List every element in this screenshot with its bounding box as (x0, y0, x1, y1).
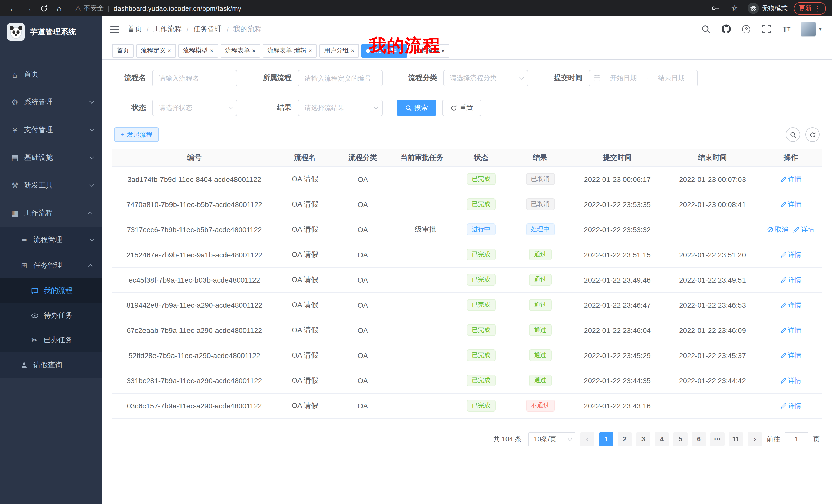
tab[interactable]: 首页 × (112, 44, 134, 57)
security-warning[interactable]: ⚠ 不安全 (75, 4, 104, 13)
fullscreen-icon[interactable] (761, 23, 772, 35)
reset-button[interactable]: 重置 (442, 100, 481, 116)
font-size-icon[interactable]: TT (781, 23, 792, 35)
user-menu[interactable]: ▾ (801, 21, 822, 37)
sidebar-item-process-management[interactable]: ≣ 流程管理 (0, 227, 102, 253)
sidebar-item-task-management[interactable]: ⊞ 任务管理 (0, 253, 102, 278)
date-range-picker[interactable]: 开始日期 - 结束日期 (589, 70, 698, 86)
cell-current-task-link[interactable] (392, 166, 451, 192)
sidebar-item-my-process[interactable]: 我的流程 (0, 278, 102, 303)
sidebar-item-system[interactable]: ⚙ 系统管理 (0, 88, 102, 116)
cell-current-task-link[interactable] (392, 192, 451, 217)
tab-close-icon[interactable]: × (252, 48, 256, 54)
cell-current-task-link[interactable]: 一级审批 (392, 217, 451, 242)
cell-current-task-link[interactable] (392, 393, 451, 418)
cell-current-task-link[interactable] (392, 292, 451, 317)
page-button[interactable]: 6 (692, 432, 706, 446)
address-bar[interactable]: ⚠ 不安全 | dashboard.yudao.iocoder.cn/bpm/t… (75, 4, 706, 13)
cell-id: 52ffd28e-7b9a-11ec-a290-acde48001122 (112, 343, 277, 368)
tab[interactable]: 用户分组 × (319, 44, 359, 57)
password-key-icon[interactable] (708, 2, 722, 15)
cell-current-task-link[interactable] (392, 368, 451, 393)
page-button[interactable]: 4 (655, 432, 669, 446)
detail-link[interactable]: 详情 (780, 351, 801, 360)
page-button[interactable]: 3 (636, 432, 650, 446)
page-button[interactable]: 5 (673, 432, 687, 446)
page-button[interactable]: 11 (729, 432, 743, 446)
tab-close-icon[interactable]: × (210, 48, 213, 54)
breadcrumb-home[interactable]: 首页 (128, 24, 142, 34)
cell-category: OA (333, 242, 392, 267)
cell-current-task-link[interactable] (392, 242, 451, 267)
column-header-name: 流程名 (277, 149, 333, 166)
tab-close-icon[interactable]: × (351, 48, 354, 54)
cell-current-task-link[interactable] (392, 317, 451, 343)
detail-link[interactable]: 详情 (780, 300, 801, 310)
detail-link[interactable]: 详情 (780, 376, 801, 385)
detail-link[interactable]: 详情 (780, 401, 801, 410)
search-button[interactable]: 搜索 (397, 100, 436, 116)
show-search-button[interactable] (786, 128, 800, 142)
detail-link[interactable]: 详情 (780, 174, 801, 184)
tab-close-icon[interactable]: × (441, 48, 445, 54)
sidebar-item-done-tasks[interactable]: ✂ 已办任务 (0, 328, 102, 353)
browser-refresh-icon[interactable] (37, 2, 50, 15)
sidebar-item-workflow[interactable]: ▦ 工作流程 (0, 199, 102, 227)
sidebar-item-todo-tasks[interactable]: 待办任务 (0, 303, 102, 328)
next-page-button[interactable]: › (748, 432, 762, 446)
browser-home-icon[interactable]: ⌂ (52, 2, 66, 15)
status-select[interactable]: 请选择状态 (152, 100, 237, 116)
tab[interactable]: 流程表单 × (220, 44, 260, 57)
hamburger-icon[interactable] (109, 23, 120, 35)
goto-page-input[interactable] (785, 432, 808, 446)
detail-link[interactable]: 详情 (780, 275, 801, 284)
refresh-table-button[interactable] (805, 128, 820, 142)
page-button[interactable]: 2 (618, 432, 632, 446)
prev-page-button[interactable]: ‹ (580, 432, 594, 446)
page-button[interactable]: 1 (599, 432, 614, 446)
tab-close-icon[interactable]: × (309, 48, 312, 54)
tab-close-icon[interactable]: × (167, 48, 171, 54)
github-icon[interactable] (721, 23, 732, 35)
update-button[interactable]: 更新 ⋮ (794, 2, 826, 15)
app-logo[interactable]: 芋道管理系统 (0, 17, 102, 47)
breadcrumb-task-management[interactable]: 任务管理 (193, 24, 222, 34)
detail-link[interactable]: 详情 (780, 200, 801, 209)
cell-submit-time: 2022-01-22 23:44:35 (570, 368, 665, 393)
detail-link[interactable]: 详情 (780, 250, 801, 259)
page-size-select[interactable]: 10条/页 (528, 432, 575, 446)
search-icon[interactable] (701, 23, 712, 35)
cancel-link[interactable]: 取消 (767, 225, 788, 234)
browser-back-icon[interactable]: ← (6, 2, 20, 15)
cell-result: 处理中 (511, 217, 570, 242)
home-icon: ⌂ (10, 70, 20, 79)
breadcrumb-workflow[interactable]: 工作流程 (153, 24, 182, 34)
create-process-button[interactable]: + 发起流程 (114, 128, 159, 142)
detail-link[interactable]: 详情 (780, 326, 801, 335)
browser-menu-dots-icon[interactable]: ⋮ (814, 4, 821, 12)
cell-name: OA 请假 (277, 267, 333, 292)
page-button[interactable]: ··· (710, 432, 725, 446)
process-definition-input[interactable] (298, 70, 383, 86)
cell-result: 通过 (511, 267, 570, 292)
help-icon[interactable]: ? (741, 23, 752, 35)
tab[interactable]: 流程定义 × (136, 44, 176, 57)
cell-current-task-link[interactable] (392, 343, 451, 368)
cell-current-task-link[interactable] (392, 267, 451, 292)
tab[interactable]: 流程模型 × (178, 44, 218, 57)
avatar[interactable] (801, 21, 816, 37)
browser-forward-icon[interactable]: → (22, 2, 35, 15)
bookmark-star-icon[interactable]: ☆ (728, 2, 741, 15)
sidebar-item-leave-query[interactable]: 请假查询 (0, 353, 102, 378)
sidebar-item-devtools[interactable]: ⚒ 研发工具 (0, 172, 102, 199)
process-category-select[interactable]: 请选择流程分类 (443, 70, 528, 86)
sidebar-item-home[interactable]: ⌂ 首页 (0, 61, 102, 88)
process-name-input[interactable] (152, 70, 237, 86)
tab[interactable]: 流程表单-编辑 × (263, 44, 317, 57)
filter-submit-time: 提交时间 开始日期 - 结束日期 (543, 70, 698, 86)
sidebar-item-infrastructure[interactable]: ▤ 基础设施 (0, 144, 102, 172)
result-select[interactable]: 请选择流结果 (298, 100, 383, 116)
sidebar-item-payment[interactable]: ¥ 支付管理 (0, 116, 102, 144)
incognito-icon (747, 3, 759, 14)
detail-link[interactable]: 详情 (794, 225, 814, 234)
